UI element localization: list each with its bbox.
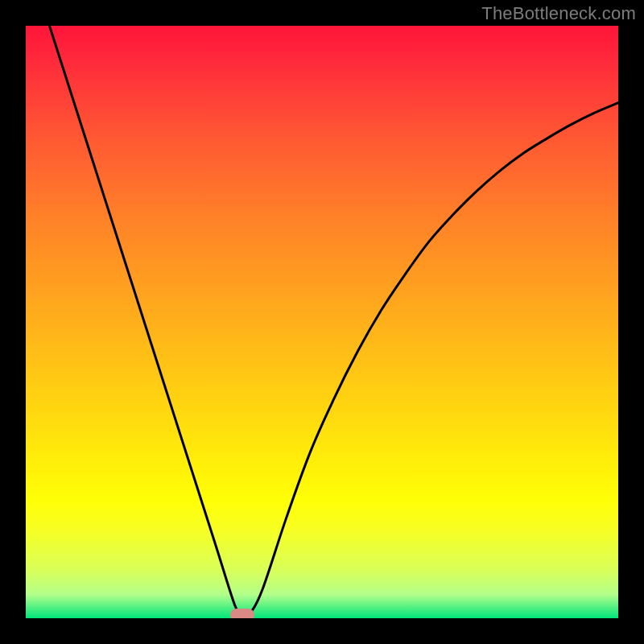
plot-area	[26, 26, 618, 618]
minimum-marker	[230, 609, 254, 618]
watermark-label: TheBottleneck.com	[481, 3, 636, 24]
chart-frame: TheBottleneck.com	[0, 0, 644, 644]
bottleneck-curve	[26, 26, 618, 618]
